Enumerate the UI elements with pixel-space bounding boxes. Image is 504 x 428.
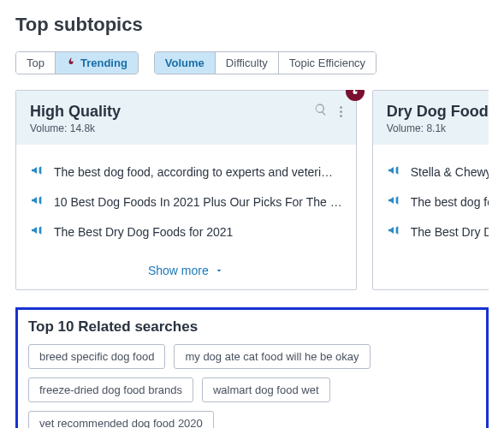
seg-trending[interactable]: Trending — [56, 52, 138, 74]
card-header: High Quality Volume: 14.8k — [16, 91, 356, 145]
subtopic-card: Dry Dog Food Volume: 8.1k Stella & Chewy… — [372, 90, 489, 290]
megaphone-icon — [30, 163, 45, 180]
seg-topic-efficiency[interactable]: Topic Efficiency — [279, 52, 376, 74]
list-item[interactable]: The best dog food, ac — [387, 187, 489, 217]
seg-label: Difficulty — [226, 56, 268, 69]
item-text: 10 Best Dog Foods In 2021 Plus Our Picks… — [54, 195, 342, 209]
chevron-down-icon — [214, 265, 224, 276]
list-item[interactable]: The Best Dry Dog Foods for 2021 — [30, 217, 342, 247]
related-chip[interactable]: walmart dog food wet — [202, 377, 330, 402]
card-volume: Volume: 14.8k — [30, 122, 121, 134]
cards-row: High Quality Volume: 14.8k — [15, 90, 489, 290]
megaphone-icon — [30, 193, 45, 210]
related-chip[interactable]: my dog ate cat food will he be okay — [174, 344, 370, 369]
item-text: Stella & Chewy's: Raw — [411, 165, 489, 179]
card-volume: Volume: 8.1k — [387, 122, 489, 134]
list-item[interactable]: Stella & Chewy's: Raw — [387, 157, 489, 187]
flame-icon — [350, 90, 360, 97]
subtopic-card: High Quality Volume: 14.8k — [15, 90, 357, 290]
card-header: Dry Dog Food Volume: 8.1k — [373, 91, 489, 145]
related-chip[interactable]: freeze-dried dog food brands — [28, 377, 193, 402]
card-body: The best dog food, according to experts … — [16, 145, 356, 255]
seg-top[interactable]: Top — [16, 52, 56, 74]
card-title: Dry Dog Food — [387, 103, 489, 121]
seg-label: Trending — [80, 56, 127, 69]
item-text: The best dog food, according to experts … — [54, 165, 333, 179]
show-more-label: Show more — [148, 264, 209, 277]
show-more-button[interactable]: Show more — [16, 255, 356, 289]
item-text: The best dog food, ac — [411, 195, 489, 209]
show-more-button[interactable]: Sho — [373, 255, 489, 289]
seg-volume[interactable]: Volume — [155, 52, 216, 74]
item-text: The Best Dry Dog Foo — [411, 225, 489, 239]
megaphone-icon — [387, 223, 402, 240]
flame-icon — [66, 56, 76, 69]
related-chip[interactable]: breed specific dog food — [28, 344, 165, 369]
toolbar: Top Trending Volume Difficulty Topic Eff… — [15, 51, 489, 74]
seg-label: Topic Efficiency — [289, 56, 365, 69]
segment-group-trend: Top Trending — [15, 51, 139, 74]
seg-difficulty[interactable]: Difficulty — [216, 52, 279, 74]
megaphone-icon — [387, 163, 402, 180]
megaphone-icon — [30, 223, 45, 240]
card-body: Stella & Chewy's: Raw The best dog food,… — [373, 145, 489, 255]
related-searches-box: Top 10 Related searches breed specific d… — [15, 307, 489, 428]
search-icon[interactable] — [314, 103, 328, 120]
segment-group-metric: Volume Difficulty Topic Efficiency — [154, 51, 377, 74]
related-chip[interactable]: vet recommended dog food 2020 — [28, 411, 214, 428]
card-title: High Quality — [30, 103, 121, 121]
seg-label: Volume — [165, 56, 205, 69]
megaphone-icon — [387, 193, 402, 210]
item-text: The Best Dry Dog Foods for 2021 — [54, 225, 233, 239]
seg-label: Top — [27, 56, 44, 69]
related-title: Top 10 Related searches — [28, 318, 476, 336]
kebab-icon[interactable] — [340, 106, 342, 117]
list-item[interactable]: The best dog food, according to experts … — [30, 157, 342, 187]
list-item[interactable]: The Best Dry Dog Foo — [387, 217, 489, 247]
chip-row: breed specific dog food my dog ate cat f… — [28, 344, 476, 428]
list-item[interactable]: 10 Best Dog Foods In 2021 Plus Our Picks… — [30, 187, 342, 217]
page-title: Top subtopics — [15, 14, 489, 36]
